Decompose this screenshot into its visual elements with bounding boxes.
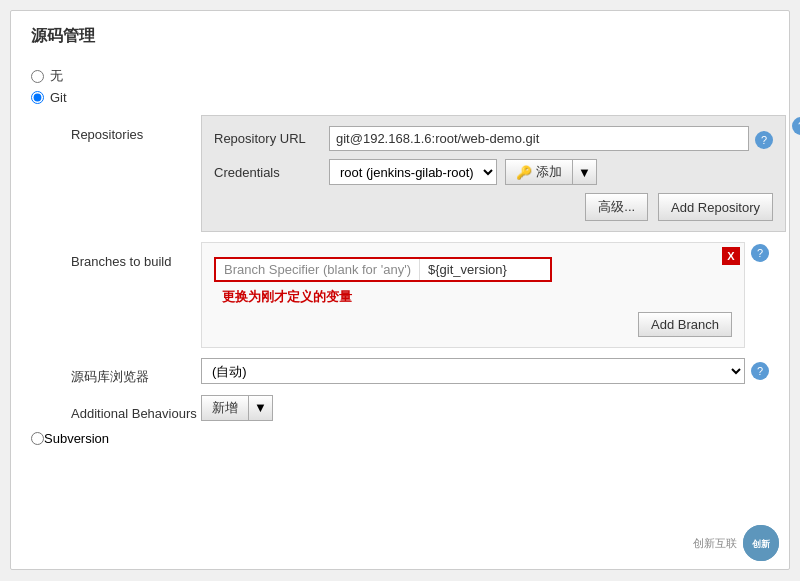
add-credentials-button[interactable]: 🔑 添加	[505, 159, 573, 185]
watermark-text: 创新互联	[693, 536, 737, 551]
source-browser-label: 源码库浏览器	[61, 356, 201, 386]
branches-help-icon[interactable]: ?	[751, 244, 769, 262]
branch-hint-text: 更换为刚才定义的变量	[222, 288, 732, 306]
watermark: 创新互联 创新	[693, 525, 779, 561]
additional-behaviours-label: Additional Behaviours	[61, 394, 201, 421]
subversion-label: Subversion	[44, 431, 109, 446]
additional-dropdown-arrow[interactable]: ▼	[249, 395, 273, 421]
repositories-label: Repositories	[61, 115, 201, 142]
add-repository-button[interactable]: Add Repository	[658, 193, 773, 221]
branch-buttons: Add Branch	[214, 312, 732, 337]
repositories-section: Repositories Repository URL ? Credential…	[61, 115, 769, 234]
branch-specifier-input[interactable]	[420, 259, 550, 280]
credentials-row: Credentials root (jenkins-gilab-root) 🔑 …	[214, 159, 773, 185]
radio-git[interactable]	[31, 91, 44, 104]
url-help-icon[interactable]: ?	[755, 131, 773, 149]
url-row: Repository URL ?	[214, 126, 773, 151]
radio-none[interactable]	[31, 70, 44, 83]
credentials-select[interactable]: root (jenkins-gilab-root)	[329, 159, 497, 185]
svg-text:创新: 创新	[751, 538, 771, 549]
page-title: 源码管理	[31, 26, 769, 53]
radio-git-row: Git	[31, 90, 769, 105]
radio-none-label: 无	[50, 67, 63, 85]
credentials-dropdown-arrow[interactable]: ▼	[573, 159, 597, 185]
add-branch-button[interactable]: Add Branch	[638, 312, 732, 337]
radio-subversion[interactable]	[31, 432, 44, 445]
url-input[interactable]	[329, 126, 749, 151]
additional-add-button[interactable]: 新增	[201, 395, 249, 421]
branches-label: Branches to build	[61, 242, 201, 269]
branch-specifier-box: Branch Specifier (blank for 'any')	[214, 257, 552, 282]
radio-git-label: Git	[50, 90, 67, 105]
branch-remove-button[interactable]: X	[722, 247, 740, 265]
radio-none-row: 无	[31, 67, 769, 85]
watermark-logo: 创新	[743, 525, 779, 561]
key-icon: 🔑	[516, 165, 532, 180]
repositories-help-icon[interactable]: ?	[792, 117, 800, 135]
additional-add-label: 新增	[212, 399, 238, 417]
branches-section: Branches to build X Branch Specifier (bl…	[61, 242, 769, 348]
credentials-label: Credentials	[214, 165, 329, 180]
branch-specifier-row: Branch Specifier (blank for 'any')	[214, 257, 732, 282]
source-browser-section: 源码库浏览器 (自动) ?	[61, 356, 769, 386]
source-browser-select[interactable]: (自动)	[201, 358, 745, 384]
additional-behaviours-section: Additional Behaviours 新增 ▼	[61, 394, 769, 421]
repo-buttons: 高级... Add Repository	[214, 193, 773, 221]
add-credentials-label: 添加	[536, 163, 562, 181]
repositories-inner: Repository URL ? Credentials root (jenki…	[201, 115, 786, 232]
source-browser-help-icon[interactable]: ?	[751, 362, 769, 380]
branches-inner: X Branch Specifier (blank for 'any') 更换为…	[201, 242, 745, 348]
subversion-row: Subversion	[31, 431, 769, 446]
url-label: Repository URL	[214, 131, 329, 146]
branch-specifier-placeholder: Branch Specifier (blank for 'any')	[216, 259, 420, 280]
advanced-button[interactable]: 高级...	[585, 193, 648, 221]
